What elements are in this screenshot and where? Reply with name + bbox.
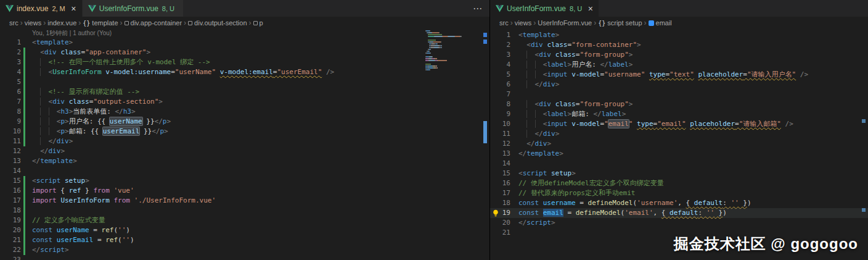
code-line-13[interactable]: 13</template>: [0, 156, 489, 166]
code-line-7[interactable]: 7: [490, 90, 868, 99]
breadcrumb-item-div-app-container[interactable]: div.app-container: [125, 19, 182, 27]
code-token: placeholder: [690, 120, 735, 128]
line-number: 22: [0, 245, 21, 255]
code-line-6[interactable]: 6 </div>: [490, 80, 868, 90]
tab-index.vue[interactable]: index.vue2, M×: [0, 0, 83, 17]
code-token: template: [40, 157, 73, 165]
code-line-21[interactable]: 21const userEmail = ref(''): [0, 235, 489, 245]
code-token: // 替代原来的props定义和手动emit: [518, 189, 635, 197]
editor-left[interactable]: You, 1秒钟前 | 1 author (You) 1<template>2 …: [0, 29, 489, 260]
code-line-13[interactable]: 13</template>: [490, 149, 868, 159]
code-line-16[interactable]: 16import { ref } from 'vue': [0, 186, 489, 196]
code-line-16[interactable]: 16// 使用defineModel宏定义多个双向绑定变量: [490, 178, 868, 188]
code-area-left[interactable]: 1<template>2 <div class="app-container">…: [0, 38, 489, 260]
breadcrumb-item-index-vue[interactable]: index.vue: [47, 19, 76, 27]
code-line-19[interactable]: 19const email = defineModel('email', { d…: [490, 208, 868, 218]
code-line-8[interactable]: 8 <h3>当前表单值: </h3>: [0, 107, 489, 117]
breadcrumb-item-views[interactable]: views: [515, 19, 532, 27]
glyph-margin: [490, 159, 501, 169]
code-area-right[interactable]: 1<template>2 <div class="form-container"…: [490, 30, 868, 238]
more-actions-button[interactable]: ⋯: [465, 0, 489, 17]
breadcrumb-item-script-setup[interactable]: {}script setup: [598, 19, 642, 27]
code-line-17[interactable]: 17import UserInfoForm from './UserInfoFo…: [0, 196, 489, 206]
close-tab-icon[interactable]: ×: [69, 4, 78, 13]
code-line-7[interactable]: 7 <div class="output-section">: [0, 97, 489, 107]
code-line-4[interactable]: 4 <label>用户名: </label>: [490, 60, 868, 70]
code-line-3[interactable]: 3 <!-- 在同一个组件上使用多个 v-model 绑定 -->: [0, 57, 489, 67]
code-token: >: [555, 31, 560, 39]
code-line-10[interactable]: 10 <p>邮箱: {{ userEmail }}</p>: [0, 127, 489, 136]
code-line-12[interactable]: 12 </div>: [490, 139, 868, 149]
tab-UserInfoForm.vue[interactable]: UserInfoForm.vue8, U×: [490, 0, 599, 17]
breadcrumb-separator: ›: [644, 19, 647, 27]
code-line-17[interactable]: 17// 替代原来的props定义和手动emit: [490, 188, 868, 198]
line-number: 3: [501, 50, 510, 60]
code-line-1[interactable]: 1<template>: [490, 30, 868, 40]
glyph-margin: [490, 228, 501, 238]
breadcrumb-item-views[interactable]: views: [25, 19, 42, 27]
code-line-18[interactable]: 18const username = defineModel('username…: [490, 198, 868, 208]
code-line-5[interactable]: 5: [0, 77, 489, 87]
code-line-14[interactable]: 14: [490, 159, 868, 169]
breadcrumb-item-src[interactable]: src: [499, 19, 509, 27]
code-line-content: <input v-model="email" type="email" plac…: [510, 119, 793, 129]
breadcrumb-item-src[interactable]: src: [9, 19, 18, 27]
lightbulb-icon[interactable]: [490, 208, 501, 218]
code-line-14[interactable]: 14: [0, 166, 489, 176]
code-token: >: [131, 107, 136, 115]
code-token: [518, 61, 526, 69]
code-line-1[interactable]: 1<template>: [0, 38, 489, 48]
code-line-2[interactable]: 2 <div class="form-container">: [490, 40, 868, 50]
breadcrumb-item-template[interactable]: {}template: [83, 19, 118, 27]
breadcrumb-item-userinfoform-vue[interactable]: UserInfoForm.vue: [538, 19, 592, 27]
code-line-19[interactable]: 19// 定义多个响应式变量: [0, 216, 489, 225]
line-number: 12: [501, 139, 510, 149]
close-tab-icon[interactable]: ×: [586, 4, 595, 13]
code-line-8[interactable]: 8 <div class="form-group">: [490, 99, 868, 109]
code-token: [518, 140, 526, 148]
code-line-6[interactable]: 6 <!-- 显示所有绑定的值 -->: [0, 87, 489, 97]
code-line-11[interactable]: 11 </div>: [490, 129, 868, 139]
line-number: 19: [501, 208, 510, 218]
code-line-15[interactable]: 15<script setup>: [0, 176, 489, 186]
code-token: {: [686, 199, 694, 207]
breadcrumb-item-email[interactable]: email: [649, 19, 672, 27]
minimap[interactable]: [425, 30, 481, 73]
vscode-workbench: index.vue2, M×UserInfoForm.vue8, U ⋯ src…: [0, 0, 868, 260]
code-token: >: [629, 61, 633, 69]
code-line-9[interactable]: 9 <p>用户名: {{ userName }}</p>: [0, 117, 489, 127]
code-line-18[interactable]: 18: [0, 206, 489, 216]
code-line-20[interactable]: 20</script>: [490, 218, 868, 228]
code-line-12[interactable]: 12 </div>: [0, 146, 489, 156]
overview-ruler-right[interactable]: [859, 29, 868, 260]
code-line-2[interactable]: 2 <div class="app-container">: [0, 48, 489, 57]
code-line-22[interactable]: 22</script>: [0, 245, 489, 255]
code-line-4[interactable]: 4 <UserInfoForm v-model:username="userNa…: [0, 67, 489, 77]
tab-UserInfoForm.vue[interactable]: UserInfoForm.vue8, U: [83, 0, 184, 17]
code-line-10[interactable]: 10 <input v-model="email" type="email" p…: [490, 119, 868, 129]
breadcrumb-item-p[interactable]: p: [253, 19, 263, 27]
code-line-11[interactable]: 11 </div>: [0, 136, 489, 146]
gitlens-blame-annotation[interactable]: You, 1秒钟前 | 1 author (You): [0, 29, 489, 38]
breadcrumb-item-div-output-section[interactable]: div.output-section: [188, 19, 247, 27]
code-line-9[interactable]: 9 <label>邮箱: </label>: [490, 109, 868, 119]
code-line-content: </div>: [25, 146, 65, 156]
overview-ruler-left[interactable]: [481, 29, 489, 260]
code-token: }: [714, 209, 723, 217]
minimap-line: [425, 40, 481, 41]
breadcrumb-separator: ›: [120, 19, 123, 27]
tab-bar-left: index.vue2, M×UserInfoForm.vue8, U ⋯: [0, 0, 489, 17]
code-line-20[interactable]: 20const userName = ref(''): [0, 225, 489, 235]
line-number: 16: [0, 186, 21, 196]
code-line-15[interactable]: 15<script setup>: [490, 169, 868, 178]
watermark-text: 掘金技术社区 @ gogogoo: [674, 234, 858, 254]
code-line-3[interactable]: 3 <div class="form-group">: [490, 50, 868, 60]
code-line-5[interactable]: 5 <input v-model="username" type="text" …: [490, 70, 868, 80]
editor-right[interactable]: 1<template>2 <div class="form-container"…: [490, 29, 868, 260]
minimap-line: [425, 71, 481, 72]
minimap-line: [425, 34, 481, 35]
code-token: input: [547, 120, 567, 128]
code-line-23[interactable]: 23: [0, 255, 489, 260]
minimap-line: [425, 52, 481, 54]
glyph-margin: [490, 218, 501, 228]
